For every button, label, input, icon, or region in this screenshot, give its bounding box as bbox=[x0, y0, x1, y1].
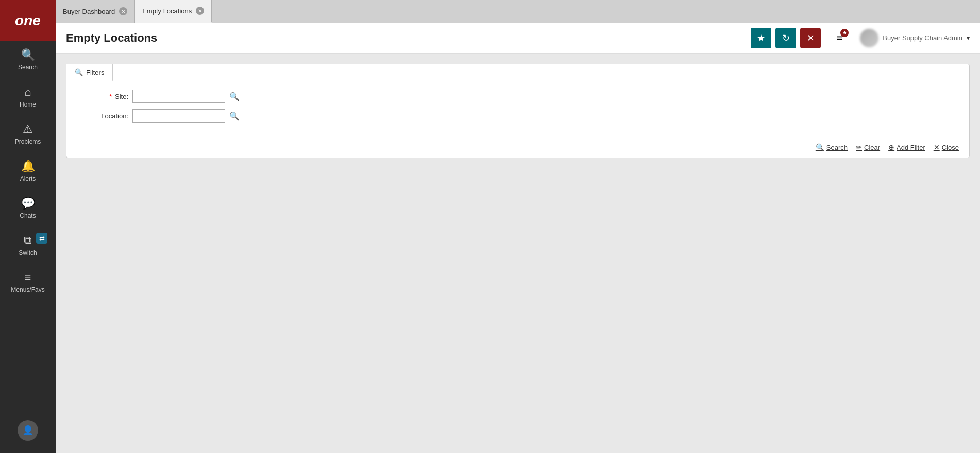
search-button[interactable]: 🔍 Search bbox=[816, 143, 848, 151]
tab-label: Empty Locations bbox=[142, 7, 192, 15]
filter-body: * Site: 🔍 Location: 🔍 bbox=[66, 81, 969, 137]
chat-icon: 💬 bbox=[21, 197, 35, 210]
filter-actions: 🔍 Search ✏ Clear ⊕ Add Filter ✕ Close bbox=[66, 137, 969, 158]
sidebar-item-label: Menus/Favs bbox=[11, 286, 44, 293]
sidebar-item-switch[interactable]: ⧉ ⇄ Switch bbox=[0, 226, 56, 264]
dropdown-icon[interactable]: ▾ bbox=[967, 34, 970, 42]
sidebar-item-label: Problems bbox=[15, 138, 41, 145]
notification-badge: ★ bbox=[840, 29, 849, 37]
sidebar-item-problems[interactable]: ⚠ Problems bbox=[0, 115, 56, 152]
tab-bar: Buyer Dashboard ✕ Empty Locations ✕ bbox=[56, 0, 980, 23]
sidebar-item-home[interactable]: ⌂ Home bbox=[0, 78, 56, 115]
tab-label: Buyer Dashboard bbox=[63, 8, 115, 15]
tab-empty-locations[interactable]: Empty Locations ✕ bbox=[135, 0, 212, 23]
close-filter-icon: ✕ bbox=[934, 143, 940, 151]
location-search-icon[interactable]: 🔍 bbox=[229, 111, 240, 121]
app-logo[interactable]: one bbox=[0, 0, 56, 41]
filter-tabs: 🔍 Filters bbox=[66, 64, 969, 81]
tab-close-buyer-dashboard[interactable]: ✕ bbox=[119, 7, 127, 15]
refresh-button[interactable]: ↻ bbox=[775, 28, 796, 48]
home-icon: ⌂ bbox=[24, 85, 31, 99]
user-name: Buyer Supply Chain Admin bbox=[883, 34, 962, 42]
switch-badge: ⇄ bbox=[36, 233, 47, 244]
search-icon: 🔍 bbox=[21, 48, 35, 62]
main-content: Buyer Dashboard ✕ Empty Locations ✕ Empt… bbox=[56, 0, 980, 453]
refresh-icon: ↻ bbox=[782, 32, 790, 44]
add-filter-icon: ⊕ bbox=[888, 143, 894, 151]
location-label: Location: bbox=[77, 112, 128, 120]
location-filter-row: Location: 🔍 bbox=[77, 109, 959, 123]
site-search-icon[interactable]: 🔍 bbox=[229, 92, 240, 101]
user-menu[interactable]: Buyer Supply Chain Admin ▾ bbox=[860, 29, 970, 47]
close-filter-button[interactable]: ✕ Close bbox=[934, 143, 959, 151]
avatar bbox=[860, 29, 878, 47]
sidebar-item-label: Search bbox=[18, 64, 38, 71]
location-input[interactable] bbox=[132, 109, 225, 123]
tab-buyer-dashboard[interactable]: Buyer Dashboard ✕ bbox=[56, 0, 135, 23]
sidebar-item-alerts[interactable]: 🔔 Alerts bbox=[0, 152, 56, 189]
sidebar-item-profile[interactable]: 👤 bbox=[0, 413, 56, 448]
close-page-button[interactable]: ✕ bbox=[800, 28, 821, 48]
header-actions: ★ ↻ ✕ ≡ ★ Buyer Supply Chain Admin ▾ bbox=[751, 28, 970, 48]
page-title: Empty Locations bbox=[66, 31, 751, 45]
required-indicator: * bbox=[109, 93, 112, 100]
site-filter-row: * Site: 🔍 bbox=[77, 90, 959, 103]
notification-button[interactable]: ≡ ★ bbox=[829, 28, 850, 48]
bell-icon: 🔔 bbox=[21, 160, 35, 173]
sidebar: one 🔍 Search ⌂ Home ⚠ Problems 🔔 Alerts … bbox=[0, 0, 56, 453]
sidebar-item-label: Switch bbox=[19, 249, 37, 256]
tab-close-empty-locations[interactable]: ✕ bbox=[196, 7, 204, 15]
clear-btn-icon: ✏ bbox=[856, 143, 862, 151]
favorite-button[interactable]: ★ bbox=[751, 28, 771, 48]
clear-button[interactable]: ✏ Clear bbox=[856, 143, 880, 151]
switch-icon: ⧉ bbox=[24, 234, 32, 247]
star-icon: ★ bbox=[757, 32, 765, 44]
sidebar-item-menus[interactable]: ≡ Menus/Favs bbox=[0, 264, 56, 301]
magnifier-icon: 🔍 bbox=[75, 68, 83, 76]
sidebar-item-label: Alerts bbox=[20, 175, 36, 182]
sidebar-item-label: Chats bbox=[20, 212, 36, 219]
site-label: * Site: bbox=[77, 93, 128, 100]
filter-panel: 🔍 Filters * Site: 🔍 Location: bbox=[66, 64, 970, 158]
sidebar-item-chats[interactable]: 💬 Chats bbox=[0, 189, 56, 226]
logo-text: one bbox=[15, 12, 41, 29]
add-filter-button[interactable]: ⊕ Add Filter bbox=[888, 143, 925, 151]
page-header: Empty Locations ★ ↻ ✕ ≡ ★ Buyer Supply C… bbox=[56, 23, 980, 54]
profile-icon: 👤 bbox=[18, 420, 38, 441]
filter-tab-label: Filters bbox=[86, 68, 104, 76]
filters-tab[interactable]: 🔍 Filters bbox=[66, 64, 113, 81]
page-content: 🔍 Filters * Site: 🔍 Location: bbox=[56, 54, 980, 453]
close-icon: ✕ bbox=[807, 32, 815, 44]
sidebar-item-search[interactable]: 🔍 Search bbox=[0, 41, 56, 78]
sidebar-item-label: Home bbox=[20, 101, 36, 108]
search-btn-icon: 🔍 bbox=[816, 143, 824, 151]
site-input[interactable] bbox=[132, 90, 225, 103]
warning-icon: ⚠ bbox=[23, 123, 33, 136]
menu-icon: ≡ bbox=[25, 271, 31, 284]
